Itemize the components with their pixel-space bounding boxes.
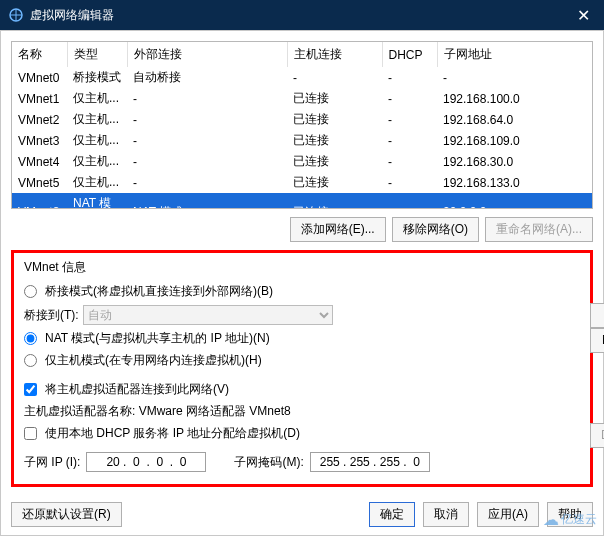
remove-network-button[interactable]: 移除网络(O) <box>392 217 479 242</box>
ok-button[interactable]: 确定 <box>369 502 415 527</box>
restore-defaults-button[interactable]: 还原默认设置(R) <box>11 502 122 527</box>
table-row[interactable]: VMnet2仅主机...-已连接-192.168.64.0 <box>12 109 592 130</box>
auto-settings-button[interactable]: 自动设置(U)... <box>590 303 604 328</box>
dhcp-settings-button[interactable]: DHCP 设置(P)... <box>590 423 604 448</box>
bottom-bar: 还原默认设置(R) 确定 取消 应用(A) 帮助 <box>11 502 593 527</box>
col-type[interactable]: 类型 <box>67 42 127 67</box>
hostonly-label: 仅主机模式(在专用网络内连接虚拟机)(H) <box>45 352 262 369</box>
app-icon <box>8 7 24 23</box>
subnet-ip-input[interactable] <box>86 452 206 472</box>
subnet-mask-label: 子网掩码(M): <box>234 454 303 471</box>
col-external[interactable]: 外部连接 <box>127 42 287 67</box>
vmnet-info-group: VMnet 信息 桥接模式(将虚拟机直接连接到外部网络)(B) 桥接到(T): … <box>11 250 593 487</box>
help-button[interactable]: 帮助 <box>547 502 593 527</box>
col-name[interactable]: 名称 <box>12 42 67 67</box>
nat-radio[interactable] <box>24 332 37 345</box>
nat-settings-button[interactable]: NAT 设置(S)... <box>590 328 604 353</box>
adapter-name: 主机虚拟适配器名称: VMware 网络适配器 VMnet8 <box>24 403 291 420</box>
table-row[interactable]: VMnet4仅主机...-已连接-192.168.30.0 <box>12 151 592 172</box>
use-dhcp-label: 使用本地 DHCP 服务将 IP 地址分配给虚拟机(D) <box>45 425 300 442</box>
subnet-ip-label: 子网 IP (I): <box>24 454 80 471</box>
col-dhcp[interactable]: DHCP <box>382 42 437 67</box>
col-subnet[interactable]: 子网地址 <box>437 42 592 67</box>
titlebar: 虚拟网络编辑器 ✕ <box>0 0 604 30</box>
table-row[interactable]: VMnet3仅主机...-已连接-192.168.109.0 <box>12 130 592 151</box>
bridged-to-select[interactable]: 自动 <box>83 305 333 325</box>
cancel-button[interactable]: 取消 <box>423 502 469 527</box>
rename-network-button[interactable]: 重命名网络(A)... <box>485 217 593 242</box>
add-network-button[interactable]: 添加网络(E)... <box>290 217 386 242</box>
network-table: 名称 类型 外部连接 主机连接 DHCP 子网地址 VMnet0桥接模式自动桥接… <box>11 41 593 209</box>
table-header: 名称 类型 外部连接 主机连接 DHCP 子网地址 <box>12 42 592 67</box>
close-button[interactable]: ✕ <box>571 6 596 25</box>
apply-button[interactable]: 应用(A) <box>477 502 539 527</box>
dialog-body: 名称 类型 外部连接 主机连接 DHCP 子网地址 VMnet0桥接模式自动桥接… <box>0 30 604 536</box>
nat-label: NAT 模式(与虚拟机共享主机的 IP 地址)(N) <box>45 330 270 347</box>
table-row[interactable]: VMnet1仅主机...-已连接-192.168.100.0 <box>12 88 592 109</box>
table-row[interactable]: VMnet8NAT 模式NAT 模式已连接-20.0.0.0 <box>12 193 592 209</box>
table-row[interactable]: VMnet5仅主机...-已连接-192.168.133.0 <box>12 172 592 193</box>
use-dhcp-checkbox[interactable] <box>24 427 37 440</box>
bridged-to-label: 桥接到(T): <box>24 307 79 324</box>
bridged-label: 桥接模式(将虚拟机直接连接到外部网络)(B) <box>45 283 273 300</box>
bridged-radio[interactable] <box>24 285 37 298</box>
connect-host-adapter-checkbox[interactable] <box>24 383 37 396</box>
window-title: 虚拟网络编辑器 <box>30 7 114 24</box>
hostonly-radio[interactable] <box>24 354 37 367</box>
table-row[interactable]: VMnet0桥接模式自动桥接--- <box>12 67 592 88</box>
connect-host-adapter-label: 将主机虚拟适配器连接到此网络(V) <box>45 381 229 398</box>
vmnet-info-legend: VMnet 信息 <box>24 259 580 276</box>
col-host[interactable]: 主机连接 <box>287 42 382 67</box>
subnet-mask-input[interactable] <box>310 452 430 472</box>
